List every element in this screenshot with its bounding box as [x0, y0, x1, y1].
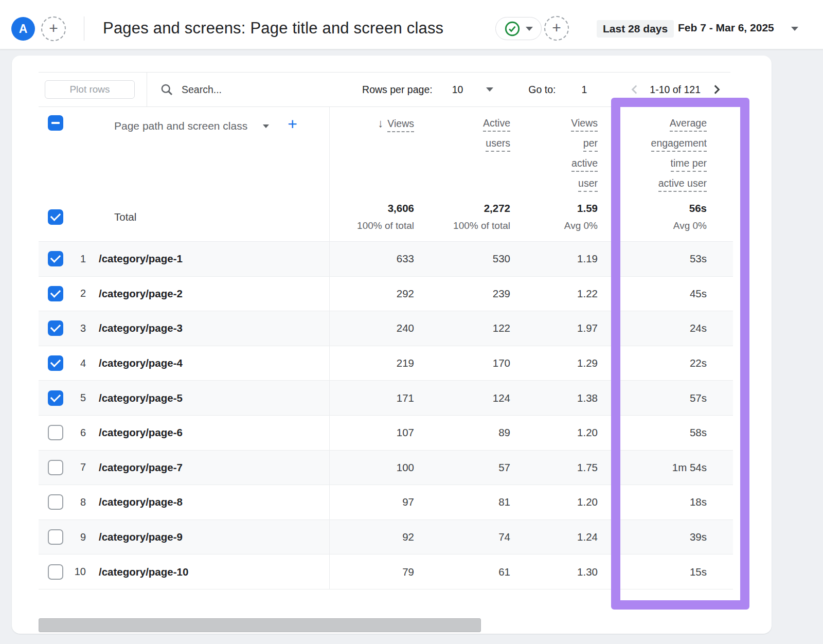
row-checkbox[interactable] [48, 251, 63, 266]
chevron-down-icon[interactable] [791, 27, 798, 31]
totals-views-cell: 3,606 100% of total [330, 202, 414, 231]
avatar[interactable]: A [11, 17, 35, 41]
views-value: 79 [330, 566, 414, 578]
horizontal-scrollbar[interactable] [39, 618, 481, 632]
table-row: 8 /category/page-8 97 81 1.20 18s [39, 485, 733, 520]
totals-checkbox[interactable] [48, 209, 63, 225]
page-path: /category/page-1 [99, 253, 183, 265]
row-checkbox[interactable] [48, 320, 63, 336]
search-input[interactable]: Search... [182, 84, 222, 96]
plot-rows-button[interactable]: Plot rows [45, 80, 135, 99]
select-all-checkbox[interactable] [48, 115, 63, 131]
views-value: 97 [330, 496, 414, 508]
active-users-value: 81 [414, 496, 510, 508]
avg-engagement-value: 53s [598, 253, 707, 265]
row-checkbox[interactable] [48, 355, 63, 371]
avg-engagement-value: 22s [598, 357, 707, 369]
row-number: 3 [63, 323, 86, 334]
row-checkbox[interactable] [48, 286, 63, 301]
page-path: /category/page-7 [99, 461, 183, 474]
previous-page-icon[interactable] [628, 83, 641, 96]
column-header-active-users[interactable]: Active users [414, 107, 510, 192]
totals-dimension-cell: Total [39, 192, 330, 241]
row-number: 9 [63, 531, 86, 543]
chevron-down-icon[interactable] [263, 124, 269, 128]
avg-engagement-value: 57s [598, 392, 707, 404]
data-table: Page path and screen class + ↓Views Acti… [39, 107, 733, 589]
table-row: 7 /category/page-7 100 57 1.75 1m 54s [39, 451, 733, 486]
rows-per-page-select[interactable]: 10 [452, 84, 463, 96]
active-users-value: 124 [414, 392, 510, 404]
toolbar-divider [147, 73, 147, 106]
search-icon[interactable] [159, 82, 174, 97]
goto-page-label: Go to: [528, 84, 556, 96]
page-title: Pages and screens: Page title and screen… [103, 19, 443, 38]
next-page-icon[interactable] [710, 83, 723, 96]
add-comparison-button[interactable]: + [41, 16, 66, 41]
table-row: 10 /category/page-10 79 61 1.30 15s [39, 554, 733, 589]
page-path: /category/page-10 [99, 566, 188, 578]
row-checkbox[interactable] [48, 529, 63, 545]
page-path: /category/page-2 [99, 288, 183, 300]
views-per-active-user-value: 1.97 [510, 322, 598, 334]
views-per-active-user-value: 1.20 [510, 496, 598, 508]
totals-avg-engagement-cell: 56s Avg 0% [598, 202, 707, 231]
row-number: 2 [63, 288, 86, 299]
page-path: /category/page-6 [99, 426, 183, 439]
views-value: 100 [330, 461, 414, 474]
row-number: 6 [63, 427, 86, 439]
page-path: /category/page-9 [99, 531, 183, 543]
column-header-avg-engagement-time[interactable]: Average engagement time per active user [598, 107, 707, 192]
rows-per-page-label: Rows per page: [362, 84, 433, 96]
table-header-row: Page path and screen class + ↓Views Acti… [39, 107, 733, 192]
views-value: 107 [330, 426, 414, 439]
goto-page-input[interactable]: 1 [581, 84, 587, 96]
app-header: A + Pages and screens: Page title and sc… [0, 0, 823, 49]
chevron-down-icon[interactable] [486, 87, 493, 92]
row-number: 8 [63, 496, 86, 508]
plus-icon: + [552, 20, 561, 35]
row-checkbox[interactable] [48, 564, 63, 580]
add-dimension-icon[interactable]: + [288, 116, 297, 132]
row-number: 5 [63, 392, 86, 404]
add-report-button[interactable]: + [544, 16, 569, 41]
column-header-views-per-active-user[interactable]: Views per active user [510, 107, 598, 192]
date-range-preset[interactable]: Last 28 days [597, 20, 674, 38]
row-checkbox[interactable] [48, 390, 63, 406]
column-header-views[interactable]: ↓Views [330, 107, 414, 192]
views-value: 633 [330, 253, 414, 265]
table-row: 1 /category/page-1 633 530 1.19 53s [39, 242, 733, 277]
row-number: 1 [63, 253, 86, 265]
sort-descending-icon: ↓ [378, 117, 383, 130]
totals-active-users-cell: 2,272 100% of total [414, 202, 510, 231]
totals-label: Total [114, 211, 136, 223]
date-range-value[interactable]: Feb 7 - Mar 6, 2025 [678, 22, 774, 34]
views-per-active-user-value: 1.38 [510, 392, 598, 404]
views-per-active-user-value: 1.24 [510, 531, 598, 543]
row-checkbox[interactable] [48, 460, 63, 475]
active-users-value: 239 [414, 288, 510, 300]
avg-engagement-value: 1m 54s [598, 461, 707, 474]
row-number: 10 [63, 566, 86, 578]
totals-views-per-active-user-cell: 1.59 Avg 0% [510, 202, 598, 231]
views-value: 171 [330, 392, 414, 404]
table-row: 3 /category/page-3 240 122 1.97 24s [39, 311, 733, 346]
table-row: 2 /category/page-2 292 239 1.22 45s [39, 277, 733, 312]
table-row: 9 /category/page-9 92 74 1.24 39s [39, 520, 733, 555]
chevron-down-icon [526, 27, 533, 31]
pagination-range: 1-10 of 121 [650, 84, 701, 96]
views-value: 92 [330, 531, 414, 543]
plus-icon: + [49, 21, 58, 36]
active-users-value: 530 [414, 253, 510, 265]
avg-engagement-value: 45s [598, 288, 707, 300]
ga4-pages-and-screens-report: A + Pages and screens: Page title and sc… [0, 0, 823, 644]
page-path: /category/page-4 [99, 357, 183, 369]
avg-engagement-value: 18s [598, 496, 707, 508]
check-circle-icon [504, 21, 521, 37]
dimension-header-label[interactable]: Page path and screen class [114, 120, 247, 132]
views-value: 219 [330, 357, 414, 369]
row-checkbox[interactable] [48, 494, 63, 510]
header-divider [84, 16, 84, 41]
row-checkbox[interactable] [48, 425, 63, 440]
report-valid-status-button[interactable] [495, 17, 542, 40]
